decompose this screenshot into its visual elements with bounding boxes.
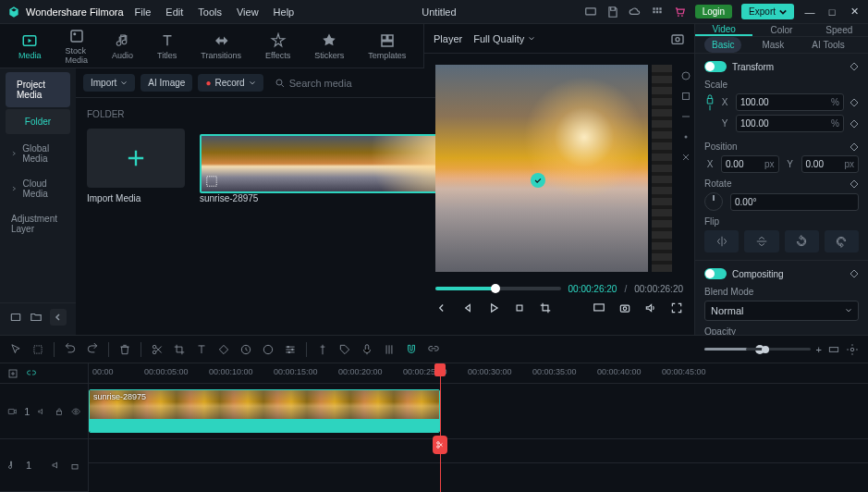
timeline-clip[interactable]: sunrise-28975 [89,389,440,433]
import-dropdown[interactable]: Import [83,74,135,92]
tab-effects[interactable]: Effects [265,32,290,60]
camera-icon[interactable] [618,301,631,314]
import-media-tile[interactable]: Import Media [87,129,185,203]
new-bin-icon[interactable] [9,311,22,324]
volume-icon[interactable] [644,301,657,314]
cloud-icon[interactable] [629,6,642,18]
split-icon[interactable] [151,343,164,356]
text-icon[interactable] [195,343,208,356]
menu-edit[interactable]: Edit [165,6,183,18]
prev-frame-icon[interactable] [435,301,448,314]
player-tool-4-icon[interactable] [680,131,691,142]
close-button[interactable]: ✕ [848,6,861,18]
tag-icon[interactable] [338,343,351,356]
tab-media[interactable]: Media [18,32,42,60]
tab-color[interactable]: Color [752,24,810,36]
stop-icon[interactable] [513,301,526,314]
transform-keyframe-icon[interactable] [850,62,859,71]
record-dropdown[interactable]: ●Record [198,74,263,92]
timeline-settings-icon[interactable] [846,343,859,356]
timeline-ruler[interactable]: 00:00 00:00:05:00 00:00:10:00 00:00:15:0… [89,363,868,384]
subtab-basic[interactable]: Basic [704,37,741,53]
keyframe-tool-icon[interactable] [217,343,230,356]
menu-file[interactable]: File [135,6,152,18]
maximize-button[interactable]: □ [825,6,838,18]
flip-vertical-button[interactable] [744,230,778,252]
menu-help[interactable]: Help [274,6,295,18]
mic-icon[interactable] [361,343,373,356]
sidebar-cloud-media[interactable]: Cloud Media [0,171,76,206]
crop-icon[interactable] [539,301,552,314]
track-lock-icon[interactable] [55,406,64,417]
position-x-input[interactable]: 0.00px [721,155,779,173]
audio-track-header[interactable]: 1 [0,439,88,492]
selection-tool-icon[interactable] [31,343,44,356]
player-tool-3-icon[interactable] [680,111,691,122]
transform-toggle[interactable] [704,61,727,72]
tab-speed[interactable]: Speed [811,24,868,36]
video-track-header[interactable]: 1 [0,384,88,439]
rotate-input[interactable]: 0.00° [730,193,859,211]
play-back-icon[interactable] [461,301,474,314]
split-at-playhead-button[interactable] [433,436,447,454]
rotate-keyframe[interactable] [850,179,859,189]
track-visibility-icon[interactable] [71,406,80,417]
player-tool-1-icon[interactable] [680,70,691,81]
add-track-icon[interactable] [7,368,18,379]
undo-icon[interactable] [64,343,77,356]
player-tool-5-icon[interactable] [680,152,691,163]
tab-titles[interactable]: Titles [157,32,177,60]
rotate-ccw-button[interactable] [785,230,819,252]
fullscreen-icon[interactable] [670,301,683,314]
subtab-mask[interactable]: Mask [754,37,791,53]
compositing-keyframe[interactable] [850,269,859,278]
playhead[interactable] [440,363,441,492]
redo-icon[interactable] [86,343,99,356]
scale-y-input[interactable]: 100.00% [736,115,844,132]
sidebar-folder[interactable]: Folder [6,109,70,134]
scale-x-input[interactable]: 100.00% [736,93,844,111]
fit-timeline-icon[interactable] [827,343,840,356]
collapse-sidebar-button[interactable] [50,309,67,326]
color-tool-icon[interactable] [262,343,275,356]
login-button[interactable]: Login [695,5,732,18]
display-icon[interactable] [593,301,605,314]
marker-icon[interactable] [316,343,329,356]
compositing-toggle[interactable] [704,268,727,279]
pointer-tool-icon[interactable] [9,343,22,356]
flip-horizontal-button[interactable] [704,230,739,252]
device-icon[interactable] [584,6,597,18]
minimize-button[interactable]: — [803,6,816,18]
tab-stock-media[interactable]: Stock Media [66,28,89,65]
snapshot-icon[interactable] [670,31,685,46]
cart-icon[interactable] [673,6,686,18]
blend-mode-select[interactable]: Normal [704,301,859,321]
magnet-icon[interactable] [405,343,418,356]
tab-video[interactable]: Video [695,24,752,36]
position-y-input[interactable]: 0.00px [801,155,860,173]
scale-y-keyframe[interactable] [850,119,859,129]
tab-templates[interactable]: Templates [368,32,406,60]
zoom-in-button[interactable]: + [816,344,822,355]
play-icon[interactable] [487,301,500,314]
video-preview[interactable] [435,65,648,272]
playback-progress[interactable] [435,287,561,290]
sidebar-adjustment-layer[interactable]: Adjustment Layer [0,206,76,241]
export-button[interactable]: Export [741,4,794,19]
quality-dropdown[interactable]: Full Quality [473,33,535,44]
track-mute-icon[interactable] [37,406,46,417]
scale-x-keyframe[interactable] [850,98,859,107]
speed-tool-icon[interactable] [239,343,252,356]
tab-audio[interactable]: Audio [112,32,133,60]
subtab-ai-tools[interactable]: AI Tools [804,37,851,53]
menu-tools[interactable]: Tools [198,6,222,18]
audio-lock-icon[interactable] [69,460,80,471]
mixer-icon[interactable] [383,343,396,356]
rotate-dial[interactable] [704,192,723,211]
adjust-icon[interactable] [284,343,297,356]
delete-icon[interactable] [118,343,131,356]
rotate-cw-button[interactable] [825,230,859,252]
ai-image-button[interactable]: AI Image [141,74,192,92]
menu-view[interactable]: View [237,6,259,18]
link-icon[interactable] [427,343,440,356]
